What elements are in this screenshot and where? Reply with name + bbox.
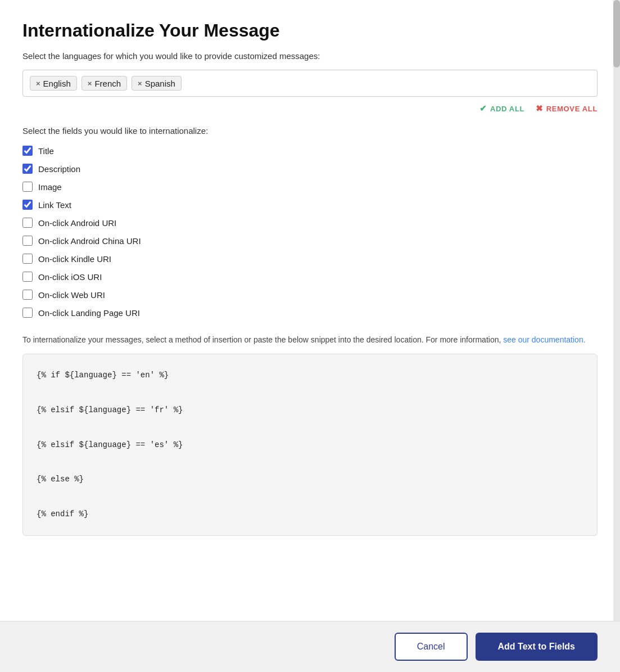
checkbox-item-description[interactable]: Description — [22, 164, 598, 174]
checkbox-item-on_click_android_china_uri[interactable]: On-click Android China URI — [22, 236, 598, 246]
info-text: To internationalize your messages, selec… — [22, 333, 598, 346]
checkbox-list: TitleDescriptionImageLink TextOn-click A… — [22, 146, 598, 318]
checkbox-link_text[interactable] — [22, 200, 33, 210]
page-title: Internationalize Your Message — [22, 20, 598, 41]
language-label-en: English — [43, 79, 71, 88]
fields-label: Select the fields you would like to inte… — [22, 126, 598, 136]
checkmark-icon: ✔ — [479, 103, 487, 114]
checkbox-label-image: Image — [38, 182, 62, 192]
checkbox-image[interactable] — [22, 182, 33, 192]
language-selector[interactable]: ×English×French×Spanish — [22, 70, 598, 97]
checkbox-label-on_click_ios_uri: On-click iOS URI — [38, 272, 102, 282]
checkbox-label-on_click_web_uri: On-click Web URI — [38, 290, 105, 300]
checkbox-on_click_web_uri[interactable] — [22, 290, 33, 300]
add-all-button[interactable]: ✔ ADD ALL — [479, 103, 524, 114]
remove-language-es-icon[interactable]: × — [138, 79, 142, 88]
language-select-label: Select the languages for which you would… — [22, 51, 598, 61]
checkbox-on_click_landing_page_uri[interactable] — [22, 308, 33, 318]
footer-bar: Cancel Add Text to Fields — [0, 621, 620, 672]
checkbox-item-link_text[interactable]: Link Text — [22, 200, 598, 210]
remove-language-fr-icon[interactable]: × — [88, 79, 92, 88]
checkbox-item-on_click_ios_uri[interactable]: On-click iOS URI — [22, 272, 598, 282]
checkbox-item-on_click_kindle_uri[interactable]: On-click Kindle URI — [22, 254, 598, 264]
checkbox-label-on_click_android_china_uri: On-click Android China URI — [38, 236, 141, 246]
info-text-before-link: To internationalize your messages, selec… — [22, 335, 503, 344]
checkbox-label-title: Title — [38, 146, 54, 156]
checkbox-on_click_android_china_uri[interactable] — [22, 236, 33, 246]
remove-language-en-icon[interactable]: × — [36, 79, 40, 88]
checkbox-description[interactable] — [22, 164, 33, 174]
add-text-to-fields-button[interactable]: Add Text to Fields — [476, 633, 598, 661]
checkbox-label-description: Description — [38, 164, 80, 174]
checkbox-on_click_kindle_uri[interactable] — [22, 254, 33, 264]
checkbox-item-on_click_landing_page_uri[interactable]: On-click Landing Page URI — [22, 308, 598, 318]
checkbox-label-link_text: Link Text — [38, 200, 71, 210]
cancel-button[interactable]: Cancel — [395, 633, 468, 661]
checkbox-item-title[interactable]: Title — [22, 146, 598, 156]
language-tag-fr[interactable]: ×French — [82, 76, 127, 91]
checkbox-item-image[interactable]: Image — [22, 182, 598, 192]
add-remove-row: ✔ ADD ALL ✖ REMOVE ALL — [22, 103, 598, 114]
checkbox-on_click_android_uri[interactable] — [22, 218, 33, 228]
checkbox-item-on_click_web_uri[interactable]: On-click Web URI — [22, 290, 598, 300]
x-remove-icon: ✖ — [536, 103, 544, 114]
remove-all-button[interactable]: ✖ REMOVE ALL — [536, 103, 598, 114]
checkbox-on_click_ios_uri[interactable] — [22, 272, 33, 282]
language-label-es: Spanish — [145, 79, 175, 88]
language-tag-es[interactable]: ×Spanish — [132, 76, 182, 91]
checkbox-label-on_click_landing_page_uri: On-click Landing Page URI — [38, 308, 140, 318]
checkbox-title[interactable] — [22, 146, 33, 156]
checkbox-item-on_click_android_uri[interactable]: On-click Android URI — [22, 218, 598, 228]
checkbox-label-on_click_android_uri: On-click Android URI — [38, 218, 116, 228]
checkbox-label-on_click_kindle_uri: On-click Kindle URI — [38, 254, 111, 264]
code-block: {% if ${language} == 'en' %} {% elsif ${… — [22, 354, 598, 535]
documentation-link[interactable]: see our documentation. — [503, 335, 585, 344]
language-label-fr: French — [94, 79, 121, 88]
language-tag-en[interactable]: ×English — [30, 76, 77, 91]
